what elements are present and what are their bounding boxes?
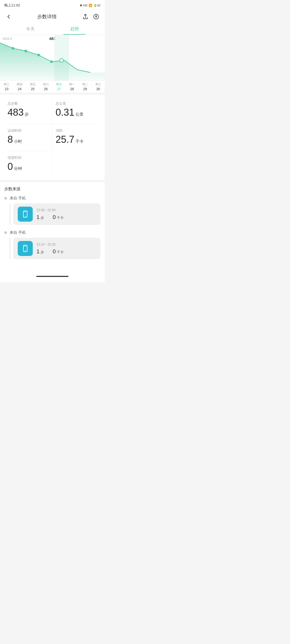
share-button[interactable] xyxy=(81,12,90,21)
stat-unit-exercise: 小时 xyxy=(14,139,22,144)
chart-section: 5221.0 483 xyxy=(0,35,105,93)
battery-icon: 🔋62 xyxy=(93,4,100,7)
source-stat-steps-unit-1: 步 xyxy=(41,215,44,220)
status-bar: 晚上11:02 ✱ HD 📶 🔋62 xyxy=(0,0,105,10)
chart-day-26: 周六 26 xyxy=(39,82,52,91)
stat-intensity: 强度时间 0 分钟 xyxy=(4,151,52,176)
stat-value-calories: 25.7 xyxy=(56,135,74,144)
chart-day-27[interactable]: 周天 27 xyxy=(52,82,66,91)
stat-label-calories: 消耗 xyxy=(56,128,97,133)
source-stat-steps-1: 1 步 xyxy=(37,214,44,220)
tab-trend[interactable]: 趋势 xyxy=(52,24,97,35)
stat-label-exercise: 运动时间 xyxy=(8,128,49,133)
source-stat-cal-value-2: 0 xyxy=(53,248,56,255)
chart-day-30: 周三 30 xyxy=(92,82,105,91)
tabs: 今天 趋势 xyxy=(0,24,105,35)
stat-calories: 消耗 25.7 千卡 xyxy=(52,124,100,149)
source-header-1: 来自 手机 xyxy=(4,196,100,201)
source-stats-row-1: 1 步 0 千卡 xyxy=(37,214,96,220)
page-title: 步数详情 xyxy=(13,13,81,20)
stat-unit-km: 公里 xyxy=(75,112,84,117)
stat-value-km: 0.31 xyxy=(56,108,74,117)
source-time-2: 22:10 - 22:20 xyxy=(37,243,96,246)
source-stat-cal-1: 0 千卡 xyxy=(53,214,64,220)
bottom-bar xyxy=(0,269,105,282)
stat-label-km: 总公里 xyxy=(56,101,97,106)
source-stat-steps-unit-2: 步 xyxy=(41,250,44,255)
chart-day-24: 周四 24 xyxy=(13,82,26,91)
stat-total-km: 总公里 0.31 公里 xyxy=(52,99,100,122)
source-header-2: 来自 手机 xyxy=(4,230,100,235)
source-name-1: 来自 手机 xyxy=(10,196,26,201)
source-dot-2 xyxy=(4,231,7,234)
header: 步数详情 xyxy=(0,10,105,24)
source-card-info-2: 22:10 - 22:20 1 步 0 千卡 xyxy=(37,243,96,255)
source-stat-cal-value-1: 0 xyxy=(53,214,56,220)
svg-point-6 xyxy=(60,58,63,62)
source-stat-steps-value-2: 1 xyxy=(37,248,39,255)
svg-point-4 xyxy=(37,54,40,56)
source-connector-2 xyxy=(10,238,10,259)
source-card-1[interactable]: 22:40 - 22:50 1 步 0 千卡 xyxy=(13,203,100,225)
back-button[interactable] xyxy=(4,12,13,21)
phone-icon-1 xyxy=(18,207,33,222)
svg-point-8 xyxy=(25,216,26,217)
source-time-1: 22:40 - 22:50 xyxy=(37,208,96,212)
source-title: 步数来源 xyxy=(4,186,100,192)
chart-day-28: 周一 28 xyxy=(66,82,79,91)
stat-total-steps: 总步数 483 步 xyxy=(4,99,52,122)
status-icons: ✱ HD 📶 🔋62 xyxy=(80,4,100,7)
stat-exercise-time: 运动时间 8 小时 xyxy=(4,124,52,149)
source-name-2: 来自 手机 xyxy=(10,230,26,235)
chart-day-23: 周三 23 xyxy=(0,82,13,91)
svg-point-3 xyxy=(24,50,27,52)
status-time: 晚上11:02 xyxy=(4,3,20,8)
upload-button[interactable] xyxy=(92,12,100,21)
source-connector-1 xyxy=(10,203,10,225)
tab-today[interactable]: 今天 xyxy=(8,24,52,35)
source-stat-steps-2: 1 步 xyxy=(37,248,44,255)
source-stat-cal-unit-1: 千卡 xyxy=(57,215,64,220)
stat-unit-intensity: 分钟 xyxy=(14,166,22,171)
source-body-2: 22:10 - 22:20 1 步 0 千卡 xyxy=(10,238,100,259)
source-stat-steps-value-1: 1 xyxy=(37,214,39,220)
source-group-1: 来自 手机 22:40 - 22:50 xyxy=(4,196,100,225)
source-stat-cal-unit-2: 千卡 xyxy=(57,250,64,255)
source-group-2: 来自 手机 22:10 - 22:20 xyxy=(4,230,100,259)
stat-label-intensity: 强度时间 xyxy=(8,155,49,160)
bluetooth-icon: ✱ xyxy=(80,4,82,7)
stat-unit-calories: 千卡 xyxy=(75,139,84,144)
bottom-home-indicator xyxy=(36,276,68,277)
chart-x-axis: 周三 23 周四 24 周五 25 周六 26 周天 27 周一 28 周二 2… xyxy=(0,80,105,93)
source-card-2[interactable]: 22:10 - 22:20 1 步 0 千卡 xyxy=(13,238,100,259)
source-dot-1 xyxy=(4,197,7,200)
svg-point-2 xyxy=(12,47,14,50)
stats-grid: 总步数 483 步 总公里 0.31 公里 运动时间 8 小时 消耗 xyxy=(4,99,100,176)
stat-value-steps: 483 xyxy=(8,108,24,117)
svg-point-5 xyxy=(50,60,53,63)
chart-day-29: 周二 29 xyxy=(79,82,92,91)
svg-point-11 xyxy=(25,250,26,251)
source-card-row-2: 22:10 - 22:20 1 步 0 千卡 xyxy=(18,241,96,256)
signal-icon: HD xyxy=(83,4,88,7)
source-stats-row-2: 1 步 0 千卡 xyxy=(37,248,96,255)
stat-unit-steps: 步 xyxy=(25,112,29,117)
source-card-row-1: 22:40 - 22:50 1 步 0 千卡 xyxy=(18,207,96,222)
network-icon: 📶 xyxy=(89,4,92,7)
source-section: 步数来源 来自 手机 22:40 - 22:50 xyxy=(0,182,105,269)
stats-section: 总步数 483 步 总公里 0.31 公里 运动时间 8 小时 消耗 xyxy=(0,95,105,180)
source-card-info-1: 22:40 - 22:50 1 步 0 千卡 xyxy=(37,208,96,220)
chart-area xyxy=(0,35,105,80)
chart-day-25: 周五 25 xyxy=(26,82,39,91)
source-stat-cal-2: 0 千卡 xyxy=(53,248,64,255)
source-body-1: 22:40 - 22:50 1 步 0 千卡 xyxy=(10,203,100,225)
stat-value-intensity: 0 xyxy=(8,162,13,171)
stat-label-steps: 总步数 xyxy=(8,101,49,106)
phone-icon-2 xyxy=(18,241,33,256)
stat-value-exercise: 8 xyxy=(8,135,13,144)
